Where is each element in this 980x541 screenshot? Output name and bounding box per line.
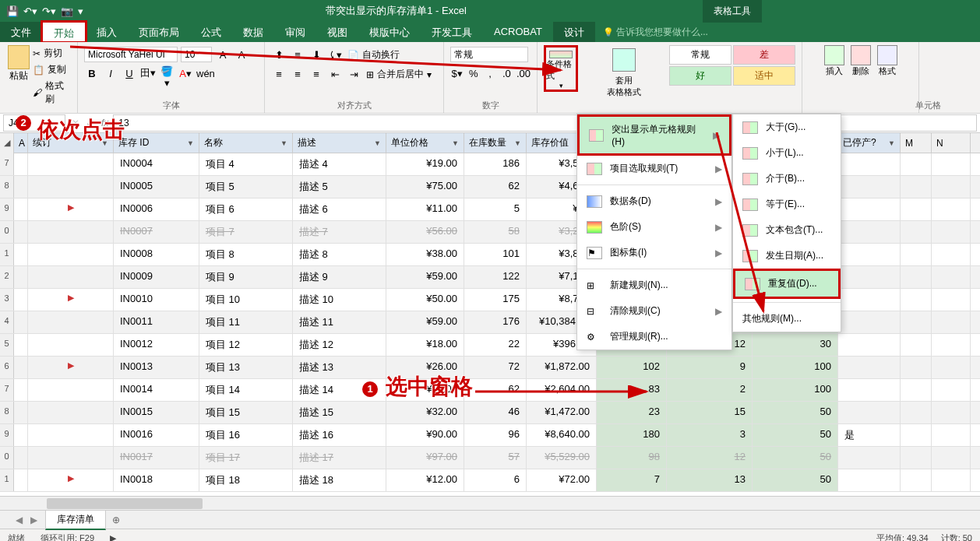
row-header[interactable]: 0 — [0, 447, 14, 469]
submenu-more-rules[interactable]: 其他规则(M)... — [733, 306, 841, 332]
submenu-less-than[interactable]: 小于(L)... — [733, 140, 841, 166]
row-header[interactable]: 1 — [0, 244, 14, 265]
paste-button[interactable]: 粘贴 — [6, 45, 31, 83]
table-row[interactable]: 1 ▶ IN0018 项目 18 描述 18 ¥12.00 6 ¥72.00 7… — [0, 469, 980, 492]
row-header[interactable]: 3 — [0, 289, 14, 311]
row-header[interactable]: 7 — [0, 379, 14, 401]
tab-template[interactable]: 模版中心 — [358, 22, 421, 42]
percent-icon[interactable]: % — [467, 65, 480, 81]
cancel-formula-icon[interactable]: ✕ — [69, 118, 83, 128]
menu-highlight-rules[interactable]: 突出显示单元格规则(H)▶ — [577, 114, 731, 156]
row-header[interactable]: 4 — [0, 311, 14, 333]
submenu-equal-to[interactable]: 等于(E)... — [733, 191, 841, 217]
decrease-decimal-icon[interactable]: .00 — [516, 65, 531, 81]
increase-indent-icon[interactable]: ⇥ — [346, 67, 361, 83]
col-stopped[interactable]: 已停产?▼ — [838, 133, 901, 153]
tab-acrobat[interactable]: ACROBAT — [483, 22, 553, 42]
tab-layout[interactable]: 页面布局 — [128, 22, 190, 42]
submenu-greater-than[interactable]: 大于(G)... — [733, 114, 841, 140]
add-sheet-button[interactable]: ⊕ — [106, 512, 126, 528]
currency-icon[interactable]: $▾ — [450, 65, 464, 81]
bold-button[interactable]: B — [84, 65, 100, 81]
wrap-text-button[interactable]: 📄 自动换行 — [346, 47, 401, 63]
decrease-indent-icon[interactable]: ⇤ — [327, 67, 343, 83]
font-color-button[interactable]: A▾ — [178, 65, 193, 81]
tab-dev[interactable]: 开发工具 — [421, 22, 483, 42]
tab-view[interactable]: 视图 — [316, 22, 358, 42]
filter-icon[interactable]: ▼ — [280, 139, 287, 147]
tab-file[interactable]: 文件 — [0, 22, 42, 42]
table-row[interactable]: 8 IN0015 项目 15 描述 15 ¥32.00 46 ¥1,472.00… — [0, 402, 980, 424]
tab-formula[interactable]: 公式 — [190, 22, 232, 42]
decrease-font-icon[interactable]: A — [234, 47, 249, 62]
align-left-icon[interactable]: ≡ — [271, 67, 287, 83]
menu-top-rules[interactable]: 项目选取规则(T)▶ — [577, 156, 731, 181]
submenu-text-contains[interactable]: 文本包含(T)... — [733, 217, 841, 243]
row-header[interactable]: 8 — [0, 176, 14, 198]
menu-data-bars[interactable]: 数据条(D)▶ — [577, 188, 731, 214]
col-desc[interactable]: 描述▼ — [293, 133, 386, 153]
formula-input[interactable] — [113, 114, 977, 132]
italic-button[interactable]: I — [103, 65, 118, 81]
menu-manage-rules[interactable]: ⚙管理规则(R)... — [577, 324, 731, 350]
cell-style-good[interactable]: 好 — [669, 66, 731, 86]
save-icon[interactable]: 💾 — [6, 5, 19, 17]
col-id[interactable]: 库存 ID▼ — [114, 133, 199, 153]
menu-clear-rules[interactable]: ⊟清除规则(C)▶ — [577, 298, 731, 324]
align-top-icon[interactable]: ⬆ — [271, 47, 287, 63]
delete-cells-button[interactable]: 删除 — [851, 45, 871, 111]
row-header[interactable]: 6 — [0, 357, 14, 378]
row-header[interactable]: 9 — [0, 424, 14, 446]
row-header[interactable]: 1 — [0, 469, 14, 491]
camera-icon[interactable]: 📷 — [61, 5, 73, 17]
align-bottom-icon[interactable]: ⬇ — [308, 47, 324, 63]
border-button[interactable]: 田▾ — [140, 65, 156, 81]
tell-me-box[interactable]: 告诉我您想要做什么... — [595, 22, 716, 42]
select-all-corner[interactable]: ◢ — [0, 133, 14, 153]
cell-style-neutral[interactable]: 适中 — [733, 66, 795, 86]
insert-cells-button[interactable]: 插入 — [824, 45, 844, 111]
sheet-tab-inventory[interactable]: 库存清单 — [45, 510, 106, 530]
cell-style-normal[interactable]: 常规 — [669, 45, 731, 65]
redo-icon[interactable]: ↷▾ — [42, 5, 56, 17]
menu-color-scales[interactable]: 色阶(S)▶ — [577, 214, 731, 240]
filter-icon[interactable]: ▼ — [187, 139, 194, 147]
undo-icon[interactable]: ↶▾ — [23, 5, 37, 17]
col-reorder[interactable]: 续订▼ — [28, 133, 114, 153]
row-header[interactable]: 7 — [0, 153, 14, 175]
tab-design[interactable]: 设计 — [553, 22, 595, 42]
tab-home[interactable]: 开始 — [41, 20, 87, 44]
number-format-select[interactable] — [450, 47, 528, 62]
fx-icon[interactable]: fx — [97, 118, 113, 128]
align-middle-icon[interactable]: ≡ — [290, 47, 305, 63]
cell-style-bad[interactable]: 差 — [733, 45, 795, 65]
sheet-nav-prev[interactable]: ◀ — [16, 515, 23, 525]
status-record-icon[interactable]: ▶ — [110, 533, 116, 541]
conditional-format-button[interactable]: 条件格式▾ — [544, 45, 578, 92]
comma-icon[interactable]: , — [483, 65, 496, 81]
col-name[interactable]: 名称▼ — [199, 133, 293, 153]
col-price[interactable]: 单位价格▼ — [386, 133, 464, 153]
font-size-select[interactable] — [181, 47, 212, 62]
tab-review[interactable]: 审阅 — [274, 22, 316, 42]
submenu-between[interactable]: 介于(B)... — [733, 166, 841, 191]
align-center-icon[interactable]: ≡ — [290, 67, 305, 83]
menu-icon-sets[interactable]: ⚑图标集(I)▶ — [577, 240, 731, 265]
row-header[interactable]: 2 — [0, 266, 14, 288]
increase-decimal-icon[interactable]: .0 — [500, 65, 513, 81]
col-qty[interactable]: 在库数量▼ — [464, 133, 527, 153]
submenu-duplicate-values[interactable]: 重复值(D)... — [733, 269, 841, 299]
name-box[interactable] — [3, 114, 65, 132]
table-row[interactable]: 5 IN0012 项目 12 描述 12 ¥18.00 22 ¥396.00 3… — [0, 334, 980, 357]
submenu-date-occurring[interactable]: 发生日期(A)... — [733, 243, 841, 269]
tab-insert[interactable]: 插入 — [86, 22, 128, 42]
format-painter-button[interactable]: 🖌 格式刷 — [31, 78, 71, 107]
format-cells-button[interactable]: 格式 — [877, 45, 897, 111]
filter-icon[interactable]: ▼ — [374, 139, 381, 147]
row-header[interactable]: 5 — [0, 334, 14, 356]
underline-button[interactable]: U — [122, 65, 137, 81]
align-right-icon[interactable]: ≡ — [308, 67, 324, 83]
table-row[interactable]: 6 ▶ IN0013 项目 13 描述 13 ¥26.00 72 ¥1,872.… — [0, 357, 980, 379]
menu-new-rule[interactable]: ⊞新建规则(N)... — [577, 272, 731, 298]
merge-center-button[interactable]: ⊞ 合并后居中▾ — [365, 66, 433, 83]
